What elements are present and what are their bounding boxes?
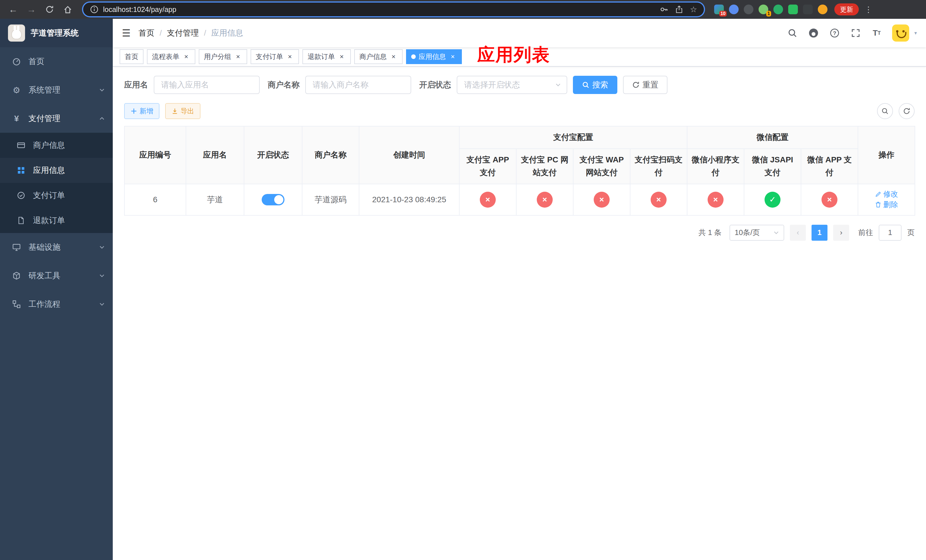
- reload-icon[interactable]: [42, 2, 57, 17]
- back-icon[interactable]: ←: [6, 2, 21, 17]
- page-number-1[interactable]: 1: [811, 225, 828, 241]
- tab-refund-order[interactable]: 退款订单 ×: [303, 49, 351, 64]
- home-icon[interactable]: [61, 2, 75, 17]
- goto-page-input[interactable]: [879, 225, 902, 241]
- user-avatar[interactable]: [892, 24, 909, 42]
- monitor-icon: [10, 243, 23, 251]
- chevron-down-icon: [99, 273, 105, 278]
- sidebar-item-system[interactable]: ⚙ 系统管理: [0, 76, 113, 104]
- sidebar-item-infra[interactable]: 基础设施: [0, 233, 113, 262]
- tab-app-info[interactable]: 应用信息 ×: [406, 49, 462, 64]
- toggle-search-icon[interactable]: [877, 103, 893, 119]
- github-icon[interactable]: [808, 27, 819, 39]
- sidebar-toggle-icon[interactable]: ☰: [122, 27, 130, 39]
- browser-menu-icon[interactable]: ⋮: [862, 5, 875, 14]
- next-page-button[interactable]: ›: [833, 225, 849, 241]
- cell-created: 2021-10-23 08:49:25: [359, 184, 459, 215]
- status-check-icon: ✓: [764, 192, 781, 207]
- tab-label: 商户信息: [359, 52, 387, 61]
- sidebar-logo[interactable]: 芋道管理系统: [0, 19, 113, 47]
- status-select[interactable]: 请选择开启状态: [457, 76, 567, 94]
- column-header-app-id: 应用编号: [124, 126, 186, 184]
- extension-icon-4[interactable]: 1: [758, 5, 768, 14]
- reset-button[interactable]: 重置: [623, 76, 667, 94]
- sidebar-item-label: 首页: [29, 56, 44, 67]
- active-tab-dot: [411, 54, 416, 59]
- search-button[interactable]: 搜索: [573, 76, 617, 94]
- document-icon: [15, 216, 27, 224]
- extension-icon-3[interactable]: [744, 5, 754, 14]
- breadcrumb-payment[interactable]: 支付管理: [167, 28, 199, 38]
- toolbar-right: [877, 103, 915, 119]
- export-button-label: 导出: [180, 106, 194, 116]
- tab-process-form[interactable]: 流程表单 ×: [147, 49, 195, 64]
- tab-user-group[interactable]: 用户分组 ×: [199, 49, 247, 64]
- sidebar-item-home[interactable]: 首页: [0, 47, 113, 76]
- status-toggle[interactable]: [262, 194, 284, 205]
- tab-close-icon[interactable]: ×: [338, 53, 346, 61]
- order-circle-icon: [15, 191, 27, 200]
- toggle-knob: [274, 195, 283, 204]
- cell-actions: 修改 删除: [858, 184, 915, 215]
- cell-status: [244, 184, 302, 215]
- extension-icon-8[interactable]: [818, 5, 828, 14]
- font-size-icon[interactable]: TT: [871, 27, 882, 39]
- help-icon[interactable]: ?: [829, 27, 840, 39]
- column-header-alipay-wap: 支付宝 WAP 网站支付: [573, 149, 630, 184]
- breadcrumb-separator: /: [159, 29, 162, 38]
- sidebar-item-refund-order[interactable]: 退款订单: [0, 208, 113, 233]
- page-size-select[interactable]: 10条/页: [729, 225, 784, 241]
- fullscreen-icon[interactable]: [850, 27, 861, 39]
- tab-label: 首页: [125, 52, 138, 61]
- sidebar-item-devtools[interactable]: 研发工具: [0, 262, 113, 290]
- table-header: 应用编号 应用名 开启状态 商户名称 创建时间 支付宝配置 微信配置 操作 支付…: [124, 126, 915, 184]
- extension-icon-2[interactable]: [729, 5, 738, 14]
- tab-close-icon[interactable]: ×: [390, 53, 398, 61]
- sidebar-item-payment[interactable]: ¥ 支付管理: [0, 104, 113, 133]
- column-header-wechat-mini: 微信小程序支付: [687, 149, 744, 184]
- extension-icon-1[interactable]: 10: [714, 5, 724, 14]
- browser-chrome: ← → localhost:1024/pay/app ☆: [0, 0, 926, 19]
- sidebar-item-label: 退款订单: [33, 215, 65, 226]
- sidebar-item-app-info[interactable]: 应用信息: [0, 158, 113, 183]
- tab-pay-order[interactable]: 支付订单 ×: [251, 49, 299, 64]
- tab-close-icon[interactable]: ×: [449, 53, 457, 61]
- browser-update-button[interactable]: 更新: [834, 3, 859, 15]
- tab-home[interactable]: 首页: [120, 49, 144, 64]
- tab-merchant-info[interactable]: 商户信息 ×: [354, 49, 402, 64]
- tab-close-icon[interactable]: ×: [286, 53, 294, 61]
- status-cross-icon: ×: [651, 192, 667, 207]
- search-icon[interactable]: [787, 27, 798, 39]
- export-button[interactable]: 导出: [165, 103, 200, 119]
- address-bar[interactable]: localhost:1024/pay/app ☆: [83, 3, 704, 16]
- gear-icon: ⚙: [10, 85, 23, 95]
- extension-puzzle-icon[interactable]: [803, 5, 813, 14]
- extension-icon-6[interactable]: [788, 5, 798, 14]
- add-button[interactable]: 新增: [124, 103, 159, 119]
- table-toolbar: 新增 导出: [124, 103, 915, 119]
- forward-icon[interactable]: →: [24, 2, 39, 17]
- app-name-input[interactable]: [154, 76, 260, 94]
- merchant-name-input[interactable]: [305, 76, 411, 94]
- page-unit-label: 页: [907, 228, 915, 238]
- password-key-icon[interactable]: [660, 5, 668, 14]
- sidebar-item-workflow[interactable]: 工作流程: [0, 290, 113, 318]
- tab-close-icon[interactable]: ×: [182, 53, 190, 61]
- bookmark-star-icon[interactable]: ☆: [690, 5, 697, 14]
- site-info-icon[interactable]: [90, 5, 98, 14]
- share-icon[interactable]: [675, 5, 683, 14]
- column-header-wechat-jsapi: 微信 JSAPI 支付: [744, 149, 801, 184]
- sidebar-item-pay-order[interactable]: 支付订单: [0, 183, 113, 208]
- cell-merchant: 芋道源码: [302, 184, 359, 215]
- sidebar-item-merchant-info[interactable]: 商户信息: [0, 133, 113, 158]
- refresh-table-icon[interactable]: [899, 103, 915, 119]
- tab-close-icon[interactable]: ×: [234, 53, 242, 61]
- breadcrumb-home[interactable]: 首页: [138, 28, 154, 38]
- prev-page-button[interactable]: ‹: [790, 225, 806, 241]
- extension-icon-5[interactable]: [773, 5, 783, 14]
- edit-link[interactable]: 修改: [875, 189, 898, 199]
- cell-alipay-wap: ×: [573, 184, 630, 215]
- delete-link[interactable]: 删除: [875, 200, 898, 210]
- cell-alipay-qr: ×: [630, 184, 687, 215]
- user-caret-icon[interactable]: ▾: [914, 30, 917, 36]
